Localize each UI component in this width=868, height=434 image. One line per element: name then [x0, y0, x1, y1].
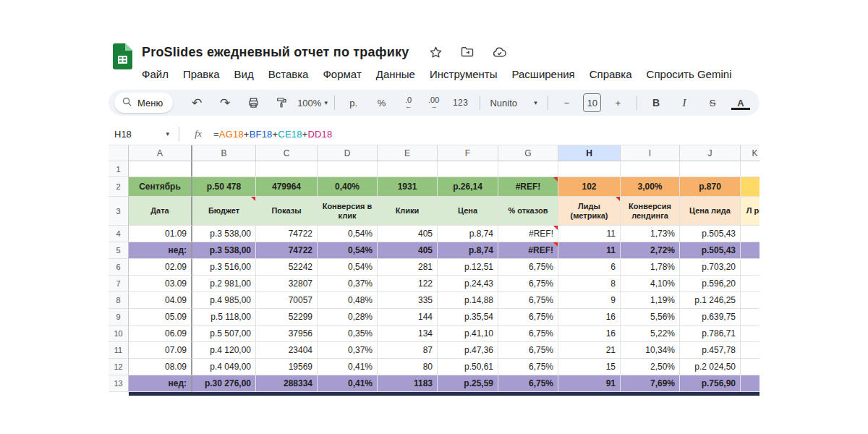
- cell-K1[interactable]: [741, 161, 760, 177]
- cell-E3[interactable]: Клики: [378, 197, 438, 226]
- text-color-button[interactable]: A: [728, 93, 754, 112]
- cell-C13[interactable]: 288334: [256, 375, 318, 392]
- row-header-9[interactable]: 9: [109, 309, 129, 326]
- cell-K12[interactable]: [741, 359, 760, 375]
- cell-B9[interactable]: р.5 118,00: [192, 309, 256, 326]
- cell-A4[interactable]: 01.09: [129, 226, 192, 242]
- menu-item-2[interactable]: Правка: [183, 68, 220, 80]
- row-header-10[interactable]: 10: [109, 326, 129, 342]
- cell-B5[interactable]: р.3 538,00: [192, 242, 256, 259]
- row-header-7[interactable]: 7: [109, 276, 129, 292]
- cell-D10[interactable]: 0,35%: [318, 326, 378, 342]
- cell-E2[interactable]: 1931: [378, 177, 438, 197]
- cell-G3[interactable]: % отказов: [498, 197, 558, 226]
- cell-I7[interactable]: 4,10%: [621, 276, 680, 292]
- cell-F6[interactable]: р.12,51: [438, 259, 498, 276]
- cell-J2[interactable]: р.870: [680, 177, 741, 197]
- font-size-input[interactable]: 10: [583, 93, 601, 112]
- cell-E1[interactable]: [378, 161, 438, 177]
- cell-F1[interactable]: [438, 161, 498, 177]
- menu-item-8[interactable]: Расширения: [512, 68, 575, 80]
- cell-F4[interactable]: р.8,74: [438, 226, 498, 242]
- cell-K2[interactable]: [741, 177, 760, 197]
- cell-I5[interactable]: 2,72%: [621, 242, 680, 259]
- column-header-E[interactable]: E: [378, 145, 438, 161]
- cell-E8[interactable]: 335: [378, 292, 438, 309]
- cell-C1[interactable]: [256, 161, 318, 177]
- cell-I13[interactable]: 7,69%: [621, 375, 680, 392]
- cell-K11[interactable]: [741, 342, 760, 359]
- cell-E6[interactable]: 281: [378, 259, 438, 276]
- cell-K4[interactable]: [741, 226, 760, 242]
- cell-C3[interactable]: Показы: [256, 197, 318, 226]
- cell-H11[interactable]: 21: [558, 342, 621, 359]
- cell-H1[interactable]: [558, 161, 621, 177]
- cell-E11[interactable]: 87: [378, 342, 438, 359]
- column-header-F[interactable]: F: [438, 145, 498, 161]
- menu-item-9[interactable]: Справка: [590, 68, 632, 80]
- column-header-I[interactable]: I: [621, 145, 680, 161]
- redo-button[interactable]: ↷: [212, 93, 238, 112]
- cell-K5[interactable]: [741, 242, 760, 259]
- column-header-B[interactable]: B: [192, 145, 256, 161]
- cell-K9[interactable]: [741, 309, 760, 326]
- cell-E4[interactable]: 405: [378, 226, 438, 242]
- row-header-12[interactable]: 12: [109, 359, 129, 375]
- cell-F12[interactable]: р.50,61: [438, 359, 498, 375]
- menu-item-7[interactable]: Инструменты: [430, 68, 498, 80]
- cell-F10[interactable]: р.41,10: [438, 326, 498, 342]
- cell-D3[interactable]: Конверсия в клик: [318, 197, 378, 226]
- cell-I6[interactable]: 1,78%: [621, 259, 680, 276]
- cell-J13[interactable]: р.756,90: [680, 375, 741, 392]
- cell-A11[interactable]: 07.09: [129, 342, 192, 359]
- cell-F8[interactable]: р.14,88: [438, 292, 498, 309]
- cell-B7[interactable]: р.2 981,00: [192, 276, 256, 292]
- cell-C2[interactable]: 479964: [256, 177, 318, 197]
- cell-J1[interactable]: [680, 161, 741, 177]
- cell-D12[interactable]: 0,41%: [318, 359, 378, 375]
- cell-J6[interactable]: р.703,20: [680, 259, 741, 276]
- cell-I3[interactable]: Конверсия лендинга: [621, 197, 680, 226]
- cell-J11[interactable]: р.457,78: [680, 342, 741, 359]
- row-header-5[interactable]: 5: [109, 242, 129, 259]
- cell-C10[interactable]: 37956: [256, 326, 318, 342]
- cell-F7[interactable]: р.24,43: [438, 276, 498, 292]
- cell-H5[interactable]: 11: [558, 242, 621, 259]
- undo-button[interactable]: ↶: [184, 93, 210, 112]
- cell-A7[interactable]: 03.09: [129, 276, 192, 292]
- cell-I2[interactable]: 3,00%: [621, 177, 680, 197]
- cell-I11[interactable]: 10,34%: [621, 342, 680, 359]
- cell-A6[interactable]: 02.09: [129, 259, 192, 276]
- cell-D6[interactable]: 0,54%: [318, 259, 378, 276]
- cell-D2[interactable]: 0,40%: [318, 177, 378, 197]
- cell-C12[interactable]: 19569: [256, 359, 318, 375]
- cell-H4[interactable]: 11: [558, 226, 621, 242]
- bold-button[interactable]: B: [643, 93, 669, 112]
- cell-D1[interactable]: [318, 161, 378, 177]
- cell-E7[interactable]: 122: [378, 276, 438, 292]
- cell-A3[interactable]: Дата: [129, 197, 192, 226]
- cell-E9[interactable]: 144: [378, 309, 438, 326]
- row-header-6[interactable]: 6: [109, 259, 129, 276]
- menu-item-6[interactable]: Данные: [376, 68, 415, 80]
- cell-K6[interactable]: [741, 259, 760, 276]
- cell-K8[interactable]: [741, 292, 760, 309]
- cell-G13[interactable]: 6,75%: [498, 375, 558, 392]
- cell-I12[interactable]: 2,50%: [621, 359, 680, 375]
- cell-D7[interactable]: 0,37%: [318, 276, 378, 292]
- cell-G6[interactable]: 6,75%: [498, 259, 558, 276]
- column-header-C[interactable]: C: [256, 145, 318, 161]
- cell-B4[interactable]: р.3 538,00: [192, 226, 256, 242]
- sheets-logo-icon[interactable]: [113, 43, 132, 72]
- cell-B1[interactable]: [192, 161, 256, 177]
- decrease-decimals-button[interactable]: .0←: [397, 93, 420, 112]
- cloud-status-icon[interactable]: [492, 45, 507, 60]
- format-currency-button[interactable]: р.: [341, 93, 367, 112]
- formula-input[interactable]: =AG18+BF18+CE18+DD18: [213, 129, 332, 140]
- format-percent-button[interactable]: %: [369, 93, 395, 112]
- cell-D11[interactable]: 0,37%: [318, 342, 378, 359]
- cell-E5[interactable]: 405: [378, 242, 438, 259]
- row-header-11[interactable]: 11: [109, 342, 129, 359]
- cell-G7[interactable]: 6,75%: [498, 276, 558, 292]
- cell-I4[interactable]: 1,73%: [621, 226, 680, 242]
